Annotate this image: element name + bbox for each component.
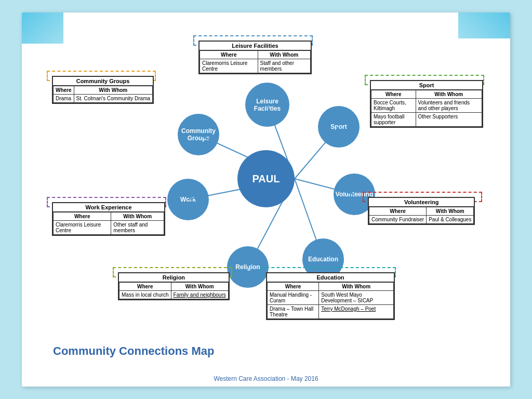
table-row: Bocce Courts, Kiltimagh Volunteers and f…: [371, 99, 482, 113]
religion-col2-header: With Whom: [171, 283, 228, 291]
religion-where-0: Mass in local church: [119, 291, 171, 299]
table-row: Claremorris Leisure Centre Staff and oth…: [200, 59, 311, 73]
education-with-0: South West Mayo Development – SICAP: [319, 291, 394, 305]
religion-dashed-box: Religion Where With Whom Mass in local c…: [113, 267, 232, 277]
community-groups-table: Where With Whom Drama St. Colman's Commu…: [53, 86, 153, 103]
community-groups-title: Community Groups: [53, 77, 153, 86]
work-info-box: Work Experience Where With Whom Claremor…: [52, 202, 165, 236]
leisure-info-box: Leisure Facilities Where With Whom Clare…: [198, 41, 312, 74]
religion-with-0: Family and neighbours: [171, 291, 228, 299]
sport-title: Sport: [371, 81, 482, 90]
community-groups-info-box: Community Groups Where With Whom Drama S…: [52, 76, 154, 104]
community-groups-with-0: St. Colman's Community Drama: [74, 95, 153, 103]
leisure-with-0: Staff and other members: [258, 59, 310, 73]
mindmap-area: PAUL Leisure Facilities Sport Volunteeri…: [136, 54, 396, 303]
sport-with-1: Other Supporters: [416, 113, 482, 127]
footer: Western Care Association - May 2016: [22, 375, 510, 382]
volunteering-table: Where With Whom Community Fundraiser Pau…: [369, 207, 474, 224]
work-col2-header: With Whom: [111, 212, 164, 221]
volunteering-with-0: Paul & Colleagues: [427, 216, 474, 224]
religion-info-box: Religion Where With Whom Mass in local c…: [118, 272, 230, 300]
table-row: Drama St. Colman's Community Drama: [54, 95, 153, 103]
leisure-where-0: Claremorris Leisure Centre: [200, 59, 258, 73]
volunteering-col2-header: With Whom: [427, 207, 474, 216]
education-where-1: Drama – Town Hall Theatre: [268, 305, 319, 319]
education-table: Where With Whom Manual Handling - Curam …: [267, 282, 394, 319]
community-groups-where-0: Drama: [54, 95, 74, 103]
leisure-title: Leisure Facilities: [200, 42, 311, 50]
leisure-dashed-box: Leisure Facilities Where With Whom Clare…: [193, 35, 313, 46]
node-leisure: Leisure Facilities: [245, 83, 289, 127]
table-row: Claremorris Leisure Centre Other staff a…: [54, 221, 164, 235]
religion-title: Religion: [119, 273, 229, 282]
work-table: Where With Whom Claremorris Leisure Cent…: [53, 212, 164, 235]
work-title: Work Experience: [53, 203, 164, 212]
node-work: Work: [167, 179, 209, 220]
volunteering-col1-header: Where: [369, 207, 427, 216]
sport-dashed-box: Sport Where With Whom Bocce Courts, Kilt…: [365, 75, 484, 85]
slide: PAUL Leisure Facilities Sport Volunteeri…: [22, 12, 510, 387]
sport-info-box: Sport Where With Whom Bocce Courts, Kilt…: [370, 80, 483, 128]
sport-col1-header: Where: [371, 90, 416, 99]
table-row: Mass in local church Family and neighbou…: [119, 291, 229, 299]
sport-table: Where With Whom Bocce Courts, Kiltimagh …: [371, 90, 482, 127]
node-sport: Sport: [318, 106, 360, 148]
religion-col1-header: Where: [119, 283, 171, 291]
table-row: Drama – Town Hall Theatre Terry McDonagh…: [268, 305, 394, 319]
volunteering-dashed-box: Volunteering Where With Whom Community F…: [363, 192, 482, 202]
corner-decoration-tr: [458, 12, 510, 38]
work-where-0: Claremorris Leisure Centre: [54, 221, 111, 235]
education-where-0: Manual Handling - Curam: [268, 291, 319, 305]
volunteering-info-box: Volunteering Where With Whom Community F…: [368, 197, 475, 225]
table-row: Community Fundraiser Paul & Colleagues: [369, 216, 474, 224]
work-dashed-box: Work Experience Where With Whom Claremor…: [47, 197, 166, 207]
table-row: Mayo football supporter Other Supporters: [371, 113, 482, 127]
table-row: Manual Handling - Curam South West Mayo …: [268, 291, 394, 305]
leisure-col1-header: Where: [200, 51, 258, 59]
education-with-1: Terry McDonagh – Poet: [319, 305, 394, 319]
corner-decoration-tl: [22, 12, 63, 44]
work-with-0: Other staff and members: [111, 221, 164, 235]
education-col2-header: With Whom: [319, 283, 394, 291]
education-col1-header: Where: [268, 283, 319, 291]
education-info-box: Education Where With Whom Manual Handlin…: [266, 272, 395, 320]
sport-where-0: Bocce Courts, Kiltimagh: [371, 99, 416, 113]
education-title: Education: [267, 273, 394, 282]
leisure-table: Where With Whom Claremorris Leisure Cent…: [200, 50, 311, 73]
volunteering-where-0: Community Fundraiser: [369, 216, 427, 224]
education-dashed-box: Education Where With Whom Manual Handlin…: [261, 267, 396, 277]
community-groups-col1-header: Where: [54, 86, 74, 95]
volunteering-title: Volunteering: [369, 198, 474, 207]
sport-with-0: Volunteers and friends and other players: [416, 99, 482, 113]
node-community: Community Groups: [178, 114, 219, 155]
sport-col2-header: With Whom: [416, 90, 482, 99]
community-groups-col2-header: With Whom: [74, 86, 153, 95]
religion-table: Where With Whom Mass in local church Fam…: [119, 282, 229, 299]
leisure-col2-header: With Whom: [258, 51, 310, 59]
sport-where-1: Mayo football supporter: [371, 113, 416, 127]
work-col1-header: Where: [54, 212, 111, 221]
center-node: PAUL: [237, 150, 295, 207]
map-title: Community Connections Map: [53, 344, 214, 358]
community-groups-dashed-box: Community Groups Where With Whom Drama S…: [47, 71, 156, 81]
